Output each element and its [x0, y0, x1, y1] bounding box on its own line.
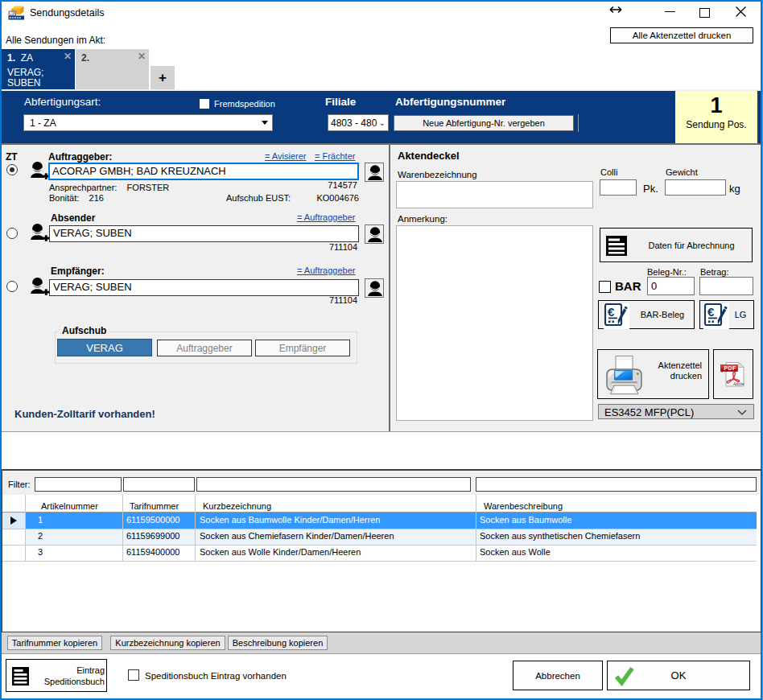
svg-text:PDF: PDF	[724, 365, 737, 371]
svg-text:Adobe: Adobe	[732, 382, 744, 386]
svg-text:€: €	[707, 305, 715, 319]
svg-text:€: €	[608, 305, 615, 319]
